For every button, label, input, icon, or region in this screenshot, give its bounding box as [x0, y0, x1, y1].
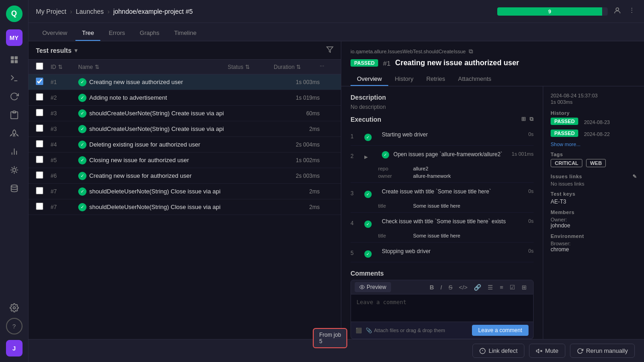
- rocket-icon[interactable]: [6, 125, 23, 141]
- status-passed-icon: ✓: [78, 78, 86, 86]
- preview-tab[interactable]: Preview: [355, 282, 391, 292]
- col-name[interactable]: Name ⇅: [78, 62, 228, 71]
- table-row[interactable]: #1 ✓ Creating new issue authorized user …: [29, 74, 341, 90]
- task-btn[interactable]: ☑: [507, 283, 518, 292]
- step-time: 0s: [528, 186, 534, 194]
- test-name: Closing new issue for authorized user: [89, 157, 189, 164]
- table-row[interactable]: #6 ✓ Creating new issue for authorized u…: [29, 168, 341, 184]
- svg-rect-0: [11, 57, 14, 60]
- attach-btn[interactable]: 📎 Attach files or drag & drop them: [366, 328, 445, 334]
- code-btn[interactable]: </>: [456, 283, 471, 292]
- terminal-icon[interactable]: [6, 70, 23, 86]
- col-duration[interactable]: Duration ⇅: [274, 62, 320, 71]
- rerun-btn[interactable]: Rerun manually: [570, 344, 635, 358]
- table-btn[interactable]: ⊞: [519, 283, 529, 292]
- step-status-icon: ✓: [364, 191, 372, 198]
- user-profile[interactable]: J: [6, 340, 23, 356]
- environment-label: Environment: [551, 233, 637, 239]
- dashboard-icon[interactable]: [6, 51, 23, 68]
- launches-link[interactable]: Launches: [76, 8, 104, 15]
- strike-btn[interactable]: S: [446, 283, 455, 292]
- italic-btn[interactable]: I: [437, 283, 445, 292]
- ul-btn[interactable]: ☰: [485, 283, 496, 292]
- table-row[interactable]: #2 ✓ Adding note to advertisement 1s 019…: [29, 90, 341, 106]
- refresh-icon[interactable]: [6, 88, 23, 105]
- browser-label: Browser:: [551, 241, 637, 246]
- comment-area[interactable]: Leave a comment: [351, 294, 534, 322]
- left-panel: Test results ▾ ID ⇅ Name ⇅: [29, 41, 341, 362]
- bug-icon[interactable]: [6, 162, 23, 178]
- step-row-1: 1 ✓ Starting web driver 0s: [351, 126, 534, 146]
- col-status[interactable]: Status ⇅: [228, 62, 274, 71]
- show-more-link[interactable]: Show more...: [551, 141, 637, 147]
- filter-icon[interactable]: [326, 46, 334, 55]
- user-icon[interactable]: [611, 5, 623, 18]
- edit-issues-icon[interactable]: ✎: [632, 174, 637, 180]
- tab-tree[interactable]: Tree: [75, 26, 100, 41]
- step-label: Stopping web driver: [378, 245, 528, 257]
- settings-icon[interactable]: [6, 300, 23, 316]
- copy-icon[interactable]: ⧉: [469, 48, 473, 55]
- tab-detail-overview[interactable]: Overview: [351, 73, 388, 86]
- step-status-icon: ✓: [364, 221, 372, 228]
- test-path: io.qameta.allure.IssuesWebTest.shouldCre…: [351, 48, 635, 55]
- history-row-2: PASSED 2024-08-22: [551, 130, 637, 139]
- tab-detail-attachments[interactable]: Attachments: [452, 73, 498, 86]
- markdown-icon: ⬛: [356, 328, 362, 334]
- tab-detail-retries[interactable]: Retries: [420, 73, 452, 86]
- table-row[interactable]: #7 ✓ shouldDeleteUserNote(String) Close …: [29, 199, 341, 215]
- members-label: Members: [551, 209, 637, 215]
- step-label: Create issue with title `Some issue titl…: [378, 186, 528, 198]
- step-time: 0s: [528, 129, 534, 137]
- table-row[interactable]: #7 ✓ shouldDeleteUserNote(String) Close …: [29, 184, 341, 199]
- chart-icon[interactable]: [6, 143, 23, 160]
- col-id[interactable]: ID ⇅: [51, 62, 78, 71]
- dropdown-arrow-icon: ▾: [75, 47, 77, 54]
- test-key-value: AE-T3: [551, 198, 637, 205]
- svg-marker-13: [327, 47, 333, 52]
- expand-icon[interactable]: ⊞: [521, 116, 526, 122]
- status-passed-icon: ✓: [78, 187, 86, 196]
- link-btn[interactable]: 🔗: [471, 283, 484, 292]
- help-icon[interactable]: ?: [6, 318, 23, 334]
- detail-body: Description No description Execution ⊞ ⧉…: [341, 86, 644, 362]
- app-logo[interactable]: Q: [6, 6, 23, 22]
- test-name: shouldDeleteUserNote(String) Close issue…: [89, 188, 220, 195]
- test-keys-label: Test keys: [551, 191, 637, 197]
- bold-btn[interactable]: B: [427, 283, 437, 292]
- select-all-checkbox[interactable]: [36, 62, 51, 71]
- step-expand-icon[interactable]: ▶: [364, 154, 368, 159]
- test-name: Creating new issue for authorized user: [89, 172, 192, 179]
- content-split: Test results ▾ ID ⇅ Name ⇅: [29, 41, 644, 362]
- tab-graphs[interactable]: Graphs: [133, 26, 166, 41]
- tab-timeline[interactable]: Timeline: [167, 26, 203, 41]
- execution-title: Execution ⊞ ⧉: [351, 116, 534, 123]
- mute-btn[interactable]: Mute: [529, 344, 565, 358]
- tab-detail-history[interactable]: History: [388, 73, 420, 86]
- tab-errors[interactable]: Errors: [102, 26, 131, 41]
- user-avatar[interactable]: MY: [6, 29, 23, 46]
- run-title: johndoe/example-project #5: [113, 8, 193, 15]
- detail-title: Creating new issue authorized user: [395, 59, 519, 67]
- step-row-2: 2 ▶ ✓ Open issues page `allure-framework…: [351, 146, 534, 183]
- table-row[interactable]: #3 ✓ shouldCreateUserNote(String) Create…: [29, 121, 341, 137]
- passed-badge: PASSED: [351, 59, 378, 67]
- table-row[interactable]: #3 ✓ shouldCreateUserNote(String) Create…: [29, 106, 341, 121]
- panel-title[interactable]: Test results ▾: [36, 47, 77, 54]
- storage-icon[interactable]: [6, 180, 23, 197]
- more-icon[interactable]: ⋮: [627, 5, 637, 18]
- submit-comment-btn[interactable]: Leave a comment: [472, 325, 529, 336]
- step-status-icon: ✓: [364, 134, 372, 141]
- ol-btn[interactable]: ≡: [497, 283, 506, 292]
- svg-point-14: [362, 287, 363, 288]
- svg-point-12: [616, 8, 619, 11]
- clipboard-icon[interactable]: [6, 107, 23, 123]
- detail-sidebar: 2024-08-24 15:37:03 1s 003ms History PAS…: [543, 86, 644, 362]
- tab-overview[interactable]: Overview: [36, 26, 74, 41]
- copy-steps-icon[interactable]: ⧉: [529, 116, 534, 122]
- project-link[interactable]: My Project: [36, 8, 66, 15]
- table-row[interactable]: #4 ✓ Deleting existing issue for authori…: [29, 137, 341, 153]
- table-row[interactable]: #5 ✓ Closing new issue for authorized us…: [29, 153, 341, 168]
- detail-tabs: Overview History Retries Attachments: [351, 73, 635, 86]
- link-defect-btn[interactable]: Link defect: [472, 344, 524, 358]
